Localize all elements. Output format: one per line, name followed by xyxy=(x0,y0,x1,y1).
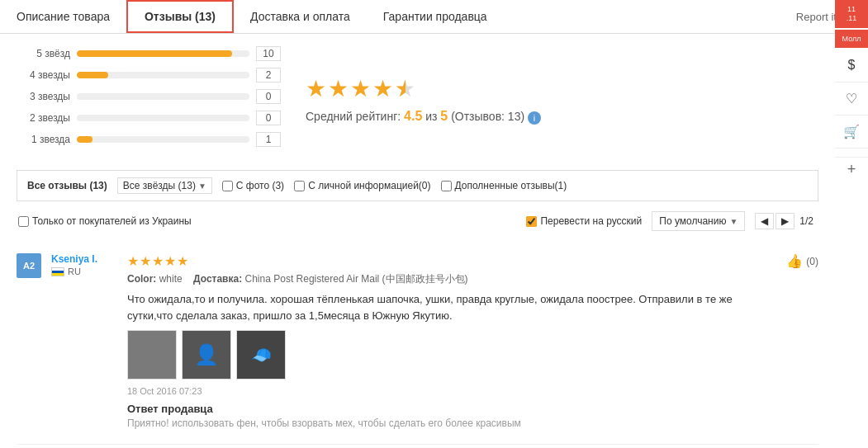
sort-label: По умолчанию xyxy=(659,215,726,227)
star-count-2: 0 xyxy=(256,111,281,125)
review-date: 18 Oct 2016 07:23 xyxy=(127,386,776,396)
like-button[interactable]: 👍 (0) xyxy=(786,253,818,269)
mall-banner[interactable]: Молл xyxy=(835,30,868,48)
rating-summary: ★ ★ ★ ★ ★ ★ Средний рейтинг: 4.5 из 5 (О… xyxy=(306,46,541,153)
tabs-bar: Описание товара Отзывы (13) Доставка и о… xyxy=(0,0,868,34)
promo-text: 11 xyxy=(847,5,856,13)
star-row-1: 1 звезда 1 xyxy=(17,132,281,147)
page-next-button[interactable]: ▶ xyxy=(776,213,794,229)
star-row-2: 2 звезды 0 xyxy=(17,111,281,125)
promo-banner[interactable]: 11 .11 xyxy=(835,0,868,28)
filter-with-photo[interactable]: С фото (3) xyxy=(222,180,284,191)
delivery-label: Доставка: xyxy=(193,273,242,285)
translate-checkbox[interactable] xyxy=(526,216,537,227)
seller-response-text: Приятно! использовать фен, чтобы взорват… xyxy=(127,417,776,429)
review-star-3: ★ xyxy=(152,253,164,269)
pagination: ◀ ▶ 1/2 xyxy=(755,213,817,229)
promo-subtext: .11 xyxy=(847,14,857,22)
review-header: A2 Kseniya I. RU ★ ★ ★ ★ ★ xyxy=(17,253,818,429)
star-row-5: 5 звёзд 10 xyxy=(17,46,281,61)
review-text: Что ожидала,то и получила. хорошая тёпле… xyxy=(127,291,776,323)
rating-section: 5 звёзд 10 4 звезды 2 3 звезды xyxy=(17,46,818,153)
info-icon[interactable]: i xyxy=(528,111,541,125)
bar-fill-4 xyxy=(77,72,108,78)
filter-personal-info[interactable]: С личной информацией(0) xyxy=(294,180,430,191)
star-label-2: 2 звезды xyxy=(17,112,70,124)
delivery-value: China Post Registered Air Mail (中国邮政挂号小包… xyxy=(245,273,468,285)
review-star-1: ★ xyxy=(127,253,139,269)
sort-dropdown-arrow-icon: ▼ xyxy=(729,217,738,226)
review-image-1[interactable] xyxy=(127,330,177,380)
review-main-content: ★ ★ ★ ★ ★ Color: white Доставка: China P… xyxy=(127,253,776,429)
bar-fill-1 xyxy=(77,136,92,143)
filter-personal-checkbox[interactable] xyxy=(294,181,305,191)
reviewer-name: Kseniya I. xyxy=(51,253,117,265)
flag-icon xyxy=(51,267,64,276)
reviewer-avatar: A2 xyxy=(17,253,41,278)
bar-1 xyxy=(77,136,249,143)
seller-response-title: Ответ продавца xyxy=(127,403,776,415)
currency-icon: $ xyxy=(848,58,856,73)
filter-all-stars-dropdown[interactable]: Все звёзды (13) ▼ xyxy=(117,177,212,194)
filter-personal-label: С личной информацией(0) xyxy=(308,180,430,191)
sidebar-cart-button[interactable]: 🛒 xyxy=(835,116,868,149)
big-star-half: ★ ★ xyxy=(395,75,415,102)
main-content: 5 звёзд 10 4 звезды 2 3 звезды xyxy=(0,34,868,448)
cart-icon: 🛒 xyxy=(843,124,860,139)
ukraine-checkbox[interactable] xyxy=(18,216,29,227)
filter-additional-label: Дополненные отзывы(1) xyxy=(455,180,567,191)
color-label: Color: xyxy=(127,273,156,285)
tab-description[interactable]: Описание товара xyxy=(0,2,126,31)
star-row-4: 4 звезды 2 xyxy=(17,68,281,83)
avg-rating-label: Средний рейтинг: xyxy=(306,110,401,123)
color-value: white xyxy=(159,273,183,285)
like-icon: 👍 xyxy=(786,253,803,269)
translate-label: Перевести на русский xyxy=(540,215,642,227)
reviews-count: (Отзывов: 13) xyxy=(451,110,524,123)
filter-photo-checkbox[interactable] xyxy=(222,181,233,191)
avg-of: 5 xyxy=(440,109,448,123)
filter-photo-label: С фото (3) xyxy=(236,180,284,191)
filter-additional-checkbox[interactable] xyxy=(441,181,452,191)
review-star-4: ★ xyxy=(164,253,176,269)
filter-all-stars-label: Все звёзды (13) xyxy=(123,180,196,191)
sidebar-currency-button[interactable]: $ xyxy=(835,50,868,83)
star-label-4: 4 звезды xyxy=(17,69,70,81)
filter-all-reviews[interactable]: Все отзывы (13) xyxy=(27,180,107,191)
ukraine-label: Только от покупателей из Украины xyxy=(32,215,192,227)
avg-separator: из xyxy=(425,110,440,123)
dropdown-arrow-icon: ▼ xyxy=(198,182,206,191)
filter-additional[interactable]: Дополненные отзывы(1) xyxy=(441,180,567,191)
tab-reviews[interactable]: Отзывы (13) xyxy=(126,0,234,33)
filter-bar: Все отзывы (13) Все звёзды (13) ▼ С фото… xyxy=(17,170,818,201)
plus-button[interactable]: + xyxy=(835,157,868,182)
star-count-1: 1 xyxy=(256,132,281,147)
bar-3 xyxy=(77,93,249,100)
heart-icon: ♡ xyxy=(846,91,857,106)
sort-dropdown[interactable]: По умолчанию ▼ xyxy=(652,211,745,231)
review-item: A2 Kseniya I. RU ★ ★ ★ ★ ★ xyxy=(17,243,818,445)
star-label-5: 5 звёзд xyxy=(17,48,70,59)
star-count-5: 10 xyxy=(256,46,281,61)
sidebar-wishlist-button[interactable]: ♡ xyxy=(835,83,868,116)
review-images: 👤 🧢 xyxy=(127,330,776,380)
review-image-3[interactable]: 🧢 xyxy=(236,330,286,380)
bar-fill-5 xyxy=(77,50,232,57)
bar-4 xyxy=(77,72,249,78)
options-bar: Только от покупателей из Украины Перевес… xyxy=(17,211,818,231)
translate-option[interactable]: Перевести на русский xyxy=(526,215,642,227)
tab-delivery[interactable]: Доставка и оплата xyxy=(234,2,367,31)
avg-number: 4.5 xyxy=(404,109,422,123)
avg-rating-text: Средний рейтинг: 4.5 из 5 (Отзывов: 13) … xyxy=(306,109,541,124)
star-count-3: 0 xyxy=(256,89,281,104)
review-image-2[interactable]: 👤 xyxy=(182,330,231,380)
page-prev-button[interactable]: ◀ xyxy=(755,213,774,229)
tab-guarantee[interactable]: Гарантии продавца xyxy=(367,2,504,31)
big-star-4: ★ xyxy=(372,75,393,102)
ukraine-filter[interactable]: Только от покупателей из Украины xyxy=(18,215,192,227)
big-star-3: ★ xyxy=(350,75,371,102)
right-sidebar: 11 .11 Молл $ ♡ 🛒 📋 + xyxy=(835,0,868,182)
mall-text: Молл xyxy=(842,35,861,43)
big-stars: ★ ★ ★ ★ ★ ★ xyxy=(306,75,541,102)
reviewer-country: RU xyxy=(68,266,81,276)
